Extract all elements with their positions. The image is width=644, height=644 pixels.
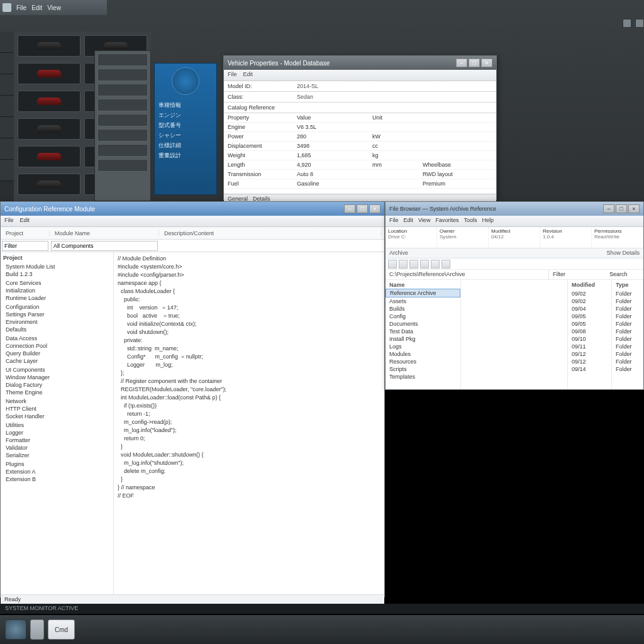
tool-button[interactable] <box>441 260 450 269</box>
tree-item[interactable]: Runtime Loader <box>3 294 111 302</box>
close-button[interactable]: × <box>369 204 380 213</box>
close-button[interactable]: × <box>628 204 640 213</box>
tray-icon[interactable] <box>623 19 631 28</box>
list-item[interactable]: Scripts <box>386 365 460 373</box>
tree-item[interactable]: Data Access <box>3 335 111 342</box>
breadcrumb[interactable]: C:\Projects\Reference\Archive <box>386 270 549 279</box>
col-header[interactable]: Description/Content <box>162 230 382 236</box>
menu-item[interactable]: Help <box>482 217 494 225</box>
list-item[interactable]: Install Pkg <box>386 335 460 343</box>
maximize-button[interactable]: □ <box>616 204 627 213</box>
titlebar[interactable]: File Browser — System Archive Reference … <box>386 202 643 216</box>
menu-item[interactable]: File <box>4 217 14 225</box>
list-item[interactable]: Reference Archive <box>386 289 460 297</box>
list-item[interactable]: Builds <box>386 305 460 313</box>
list-item[interactable]: Templates <box>386 373 460 380</box>
tree-item[interactable]: Extension A <box>3 468 111 475</box>
tree-item[interactable]: Formatter <box>3 436 111 444</box>
search-label[interactable]: Search <box>606 270 643 279</box>
col-header[interactable]: Module Name <box>52 230 159 236</box>
tree-item[interactable]: Validator <box>3 444 111 452</box>
vehicle-thumb[interactable] <box>18 91 80 112</box>
hdr-value: 1.0.4 <box>543 234 589 240</box>
minimize-button[interactable]: – <box>603 204 614 213</box>
menu-item[interactable]: Edit <box>20 217 30 225</box>
menu-item[interactable]: File <box>16 4 26 11</box>
tree-item[interactable]: Logger <box>3 429 111 436</box>
menu-item[interactable]: Edit <box>404 217 414 225</box>
tree-item[interactable]: System Module List <box>3 263 111 270</box>
project-tree[interactable]: Project System Module ListBuild 1.2.3Cor… <box>1 252 114 594</box>
tree-item[interactable]: Defaults <box>3 326 111 333</box>
titlebar[interactable]: Vehicle Properties - Model Database – □ … <box>224 56 496 70</box>
menu-item[interactable]: Edit <box>31 4 42 11</box>
vehicle-thumb[interactable] <box>18 146 80 167</box>
maximize-button[interactable]: □ <box>357 204 368 213</box>
tree-item[interactable]: UI Components <box>3 366 111 374</box>
forward-button[interactable] <box>399 260 408 269</box>
menu-item[interactable]: Favorites <box>435 217 458 225</box>
tree-item[interactable]: Environment <box>3 318 111 326</box>
col-header[interactable]: Name <box>386 281 460 289</box>
col-header[interactable]: Modified <box>568 281 611 289</box>
menu-item[interactable]: File <box>389 217 399 225</box>
tree-item[interactable]: Cache Layer <box>3 357 111 365</box>
tree-item[interactable]: Plugins <box>3 460 111 468</box>
tree-item[interactable]: Network <box>3 397 111 405</box>
vehicle-thumb[interactable] <box>18 118 80 140</box>
minimize-button[interactable]: – <box>456 58 467 67</box>
col-header[interactable]: Project <box>3 230 50 236</box>
tree-item[interactable]: Settings Parser <box>3 311 111 318</box>
tree-item[interactable]: Initialization <box>3 287 111 294</box>
tool-button[interactable] <box>431 260 440 269</box>
close-button[interactable]: × <box>481 58 492 67</box>
list-item[interactable]: Assets <box>386 297 460 305</box>
taskbar-app[interactable]: Cmd <box>48 619 75 640</box>
col-header[interactable]: Type <box>612 281 643 289</box>
tree-item[interactable]: Dialog Factory <box>3 381 111 389</box>
menu-item[interactable]: View <box>418 217 430 225</box>
refresh-button[interactable] <box>420 260 429 269</box>
menu-item[interactable]: File <box>228 71 237 79</box>
tree-item[interactable]: Connection Pool <box>3 342 111 350</box>
list-item[interactable]: Modules <box>386 350 460 358</box>
app-icon <box>3 3 11 12</box>
tree-item[interactable]: Utilities <box>3 421 111 429</box>
tree-item[interactable]: Core Services <box>3 279 111 287</box>
titlebar[interactable]: Configuration Reference Module – □ × <box>1 202 384 216</box>
back-button[interactable] <box>388 260 397 269</box>
filter-label[interactable]: Filter <box>549 270 606 279</box>
code-line: m_log.info("loaded"); <box>118 426 380 435</box>
filter-input[interactable] <box>2 241 48 251</box>
menu-item[interactable]: Tools <box>464 217 477 225</box>
tree-item[interactable]: Build 1.2.3 <box>3 270 111 278</box>
tray-icon[interactable] <box>635 19 644 28</box>
list-item[interactable]: Config <box>386 313 460 320</box>
tree-item[interactable]: Theme Engine <box>3 389 111 396</box>
list-item[interactable]: Resources <box>386 358 460 365</box>
start-button[interactable] <box>5 619 26 640</box>
up-button[interactable] <box>409 260 418 269</box>
list-item[interactable]: Logs <box>386 343 460 350</box>
tree-item[interactable]: Window Manager <box>3 374 111 381</box>
vehicle-thumb[interactable] <box>18 174 80 195</box>
tree-item[interactable]: Serializer <box>3 452 111 459</box>
vehicle-thumb[interactable] <box>18 35 80 57</box>
tree-item[interactable]: Configuration <box>3 303 111 311</box>
tree-item[interactable]: Extension B <box>3 475 111 483</box>
list-item[interactable]: Documents <box>386 320 460 328</box>
details-toggle[interactable]: Show Details <box>606 250 640 257</box>
tree-item[interactable]: Query Builder <box>3 350 111 357</box>
code-editor[interactable]: // Module Definition#include <system/cor… <box>114 252 384 594</box>
maximize-button[interactable]: □ <box>469 58 480 67</box>
list-item[interactable]: Test Data <box>386 328 460 335</box>
code-line: int ModuleLoader::load(const Path& p) { <box>118 394 380 402</box>
filter-input[interactable] <box>51 241 158 251</box>
vehicle-thumb[interactable] <box>18 63 80 84</box>
tree-item[interactable]: Socket Handler <box>3 413 111 420</box>
taskbar-app[interactable] <box>30 619 44 640</box>
menu-item[interactable]: Edit <box>243 71 253 79</box>
menu-item[interactable]: View <box>47 4 61 11</box>
minimize-button[interactable]: – <box>344 204 355 213</box>
tree-item[interactable]: HTTP Client <box>3 405 111 413</box>
